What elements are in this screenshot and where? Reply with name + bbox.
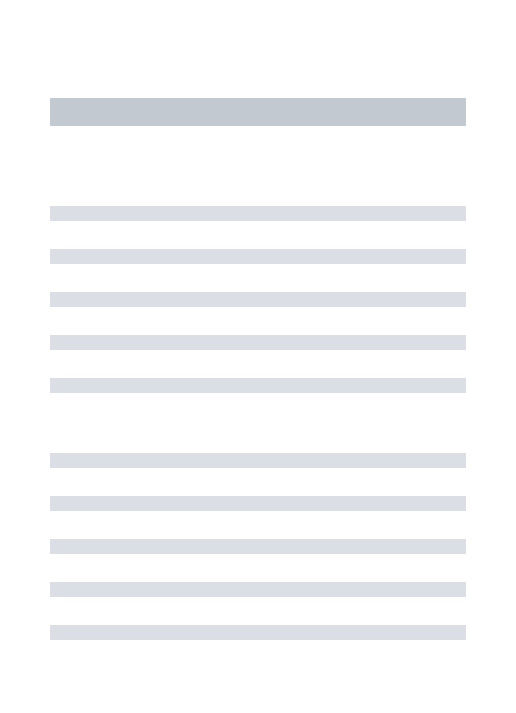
skeleton-line <box>50 378 466 393</box>
skeleton-line <box>50 206 466 221</box>
skeleton-line <box>50 292 466 307</box>
skeleton-line <box>50 582 466 597</box>
skeleton-line <box>50 539 466 554</box>
skeleton-line <box>50 335 466 350</box>
skeleton-line <box>50 625 466 640</box>
skeleton-line <box>50 249 466 264</box>
skeleton-header-bar <box>50 98 466 126</box>
skeleton-line <box>50 453 466 468</box>
skeleton-line <box>50 496 466 511</box>
